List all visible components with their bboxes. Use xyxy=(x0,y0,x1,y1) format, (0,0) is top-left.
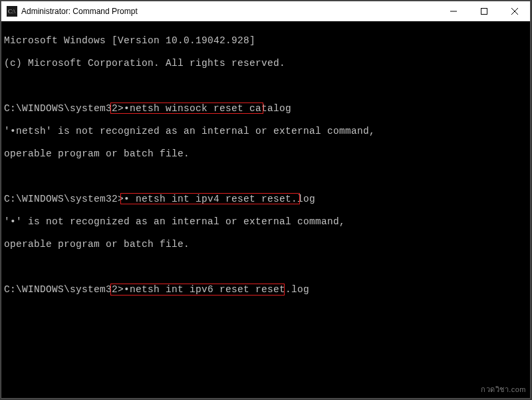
error-text: operable program or batch file. xyxy=(4,239,527,250)
svg-rect-3 xyxy=(481,9,487,15)
command-2: • netsh int ipv4 reset reset.log xyxy=(124,194,315,204)
command-3: •netsh int ipv6 reset reset.log xyxy=(124,284,309,295)
prompt: C:\WINDOWS\system32> xyxy=(4,194,124,204)
maximize-button[interactable] xyxy=(469,1,499,21)
command-1: •netsh winsock reset catalog xyxy=(124,103,291,114)
error-text: '•' is not recognized as an internal or … xyxy=(4,216,527,228)
terminal-output[interactable]: Microsoft Windows [Version 10.0.19042.92… xyxy=(1,21,530,321)
prompt: C:\WINDOWS\system32> xyxy=(4,103,124,114)
close-button[interactable] xyxy=(499,1,530,21)
copyright-line: (c) Microsoft Corporation. All rights re… xyxy=(4,58,527,69)
svg-text:C:\: C:\ xyxy=(8,8,16,15)
watermark: กวดวิชา.com xyxy=(481,383,526,395)
minimize-button[interactable] xyxy=(438,1,469,21)
version-line: Microsoft Windows [Version 10.0.19042.92… xyxy=(4,35,527,47)
prompt: C:\WINDOWS\system32> xyxy=(4,284,124,295)
error-text: '•netsh' is not recognized as an interna… xyxy=(4,126,527,137)
cmd-icon: C:\ xyxy=(7,6,17,17)
titlebar[interactable]: C:\ Administrator: Command Prompt xyxy=(1,1,530,21)
command-prompt-window: C:\ Administrator: Command Prompt Micros… xyxy=(1,1,531,399)
window-controls xyxy=(438,1,530,21)
error-text: operable program or batch file. xyxy=(4,148,527,160)
window-title: Administrator: Command Prompt xyxy=(21,7,438,16)
